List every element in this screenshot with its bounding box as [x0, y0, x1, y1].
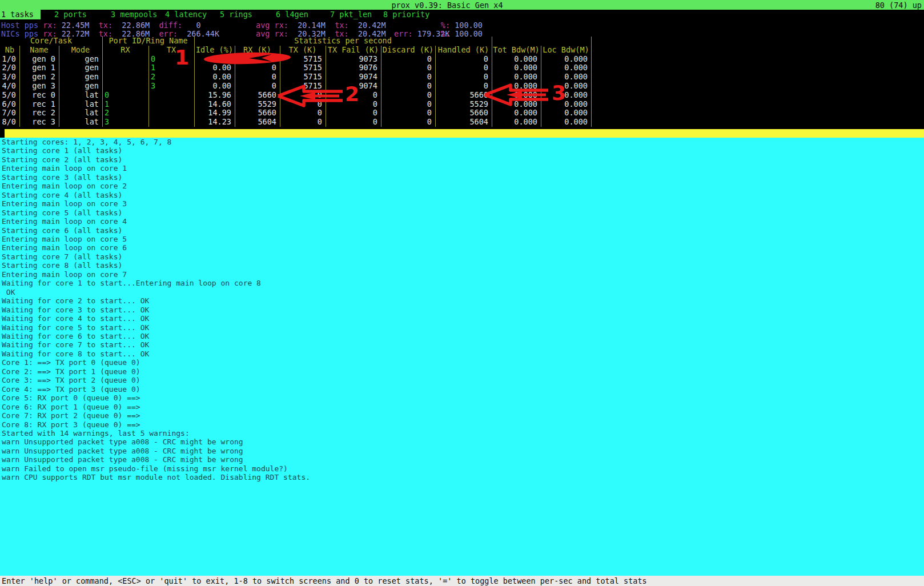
cell-tot_bdw: 0.000 [492, 109, 541, 118]
log-line: Core 4: ==> TX port 3 (queue 0) [0, 385, 924, 394]
log-line: Entering main loop on core 7 [0, 270, 924, 279]
cell-handled_k: 5604 [435, 118, 492, 127]
log-line: Core 2: ==> TX port 1 (queue 0) [0, 367, 924, 376]
cell-loc_bdw: 0.000 [541, 100, 591, 109]
log-line: warn Unsupported packet type a008 - CRC … [0, 447, 924, 455]
table-column-header: Idle (%) [194, 46, 235, 55]
cell-idle: 0.00 [194, 63, 235, 73]
table-row: 3/0gen 2gen20.00057159074000.0000.000 [0, 73, 594, 82]
cell-loc_bdw: 0.000 [541, 63, 591, 73]
cell-tot_bdw: 0.000 [492, 73, 541, 82]
cell-tx_fail_k: 9074 [326, 82, 381, 91]
log-line: OK [0, 288, 924, 296]
log-line: Entering main loop on core 6 [0, 243, 924, 252]
cell-tx_fail_k: 0 [326, 109, 381, 118]
cell-loc_bdw: 0.000 [541, 109, 591, 118]
window-title: prox v0.39: Basic Gen x4 [0, 1, 924, 10]
cell-tx_k: 0 [280, 118, 326, 127]
stat-value: 20.14M [288, 21, 326, 30]
cell-discard_k: 0 [381, 82, 435, 91]
cell-tx: 1 [148, 63, 194, 73]
tab-7-pkt_len[interactable]: 7 pkt_len [330, 10, 372, 19]
tab-6-l4gen[interactable]: 6 l4gen [276, 10, 308, 19]
table-group-header: Statistics per second [194, 37, 492, 46]
log-line: Starting cores: 1, 2, 3, 4, 5, 6, 7, 8 [0, 138, 924, 146]
cell-tx_k: 0 [280, 100, 326, 109]
cell-loc_bdw: 0.000 [541, 118, 591, 127]
stat-value: 22.86M [113, 21, 150, 30]
log-line: Entering main loop on core 4 [0, 217, 924, 226]
tab-5-rings[interactable]: 5 rings [220, 10, 252, 19]
log-line: Core 7: RX port 2 (queue 0) ==> [0, 411, 924, 420]
uptime-counter: 80 (74) up [875, 1, 922, 10]
cell-mode: gen [59, 55, 102, 64]
log-line: Starting core 7 (all tasks) [0, 252, 924, 261]
log-line: Waiting for core 3 to start... OK [0, 306, 924, 314]
tab-4-latency[interactable]: 4 latency [165, 10, 207, 19]
tab-1-tasks[interactable]: 1 tasks [0, 10, 41, 19]
cell-handled_k: 0 [435, 73, 492, 82]
cell-handled_k: 0 [435, 55, 492, 64]
cell-tx: 2 [148, 73, 194, 82]
stat-label: %: [441, 21, 450, 30]
command-input-bar[interactable]: Enter 'help' or command, <ESC> or 'quit'… [0, 576, 924, 586]
cell-rx: 0 [102, 91, 148, 100]
host-percent-stats: %: 100.00 [441, 21, 483, 30]
cell-loc_bdw: 0.000 [541, 73, 591, 82]
cell-tx: 3 [148, 82, 194, 91]
stat-value: 100.00 [450, 21, 483, 30]
tab-3-mempools[interactable]: 3 mempools [111, 10, 157, 19]
cell-nb: 3/0 [0, 73, 19, 82]
cell-tot_bdw: 0.000 [492, 118, 541, 127]
table-group-header: Core/Task [0, 37, 102, 46]
cell-mode: gen [59, 73, 102, 82]
cell-rx_k: 0 [235, 82, 280, 91]
cell-discard_k: 0 [381, 63, 435, 73]
cell-tx_fail_k: 9074 [326, 73, 381, 82]
table-row: 5/0rec 0lat015.96566000056600.0000.000 [0, 91, 594, 100]
table-column-header: Name [19, 46, 59, 55]
cell-rx_k: 5660 [235, 109, 280, 118]
log-line: Waiting for core 5 to start... OK [0, 323, 924, 332]
task-statistics-table: Core/TaskPort ID/Ring NameStatistics per… [0, 37, 594, 128]
log-line: Core 3: ==> TX port 2 (queue 0) [0, 376, 924, 384]
host-pps-stats: Host pps rx: 22.45M tx: 22.86M diff: 0 [1, 21, 201, 30]
cell-idle: 14.23 [194, 118, 235, 127]
table-column-header: RX (K) [235, 46, 280, 55]
cell-rx_k: 0 [235, 73, 280, 82]
cell-nb: 8/0 [0, 118, 19, 127]
cell-idle: 0.00 [194, 82, 235, 91]
log-line: Waiting for core 6 to start... OK [0, 332, 924, 340]
cell-tx_fail_k: 0 [326, 118, 381, 127]
cell-handled_k: 0 [435, 82, 492, 91]
tab-8-priority[interactable]: 8 priority [383, 10, 429, 19]
cell-idle: 14.60 [194, 100, 235, 109]
log-line: Starting core 8 (all tasks) [0, 261, 924, 270]
cell-loc_bdw: 0.000 [541, 91, 591, 100]
stat-value [326, 21, 335, 30]
cell-tot_bdw: 0.000 [492, 100, 541, 109]
table-column-header: TX [148, 46, 194, 55]
tab-2-ports[interactable]: 2 ports [54, 10, 87, 19]
cell-name: gen 1 [19, 63, 59, 73]
cell-name: gen 3 [19, 82, 59, 91]
cell-nb: 2/0 [0, 63, 19, 73]
log-line: Starting core 6 (all tasks) [0, 226, 924, 235]
cell-mode: lat [59, 118, 102, 127]
cell-rx_k: 5529 [235, 100, 280, 109]
cell-handled_k: 5529 [435, 100, 492, 109]
log-line: warn Failed to open msr pseudo-file (mis… [0, 464, 924, 473]
cell-discard_k: 0 [381, 100, 435, 109]
cell-rx_k: 5660 [235, 91, 280, 100]
console-log[interactable]: Starting cores: 1, 2, 3, 4, 5, 6, 7, 8St… [0, 138, 924, 576]
table-column-header: Mode [59, 46, 102, 55]
cell-tx_fail_k: 0 [326, 91, 381, 100]
cell-mode: gen [59, 63, 102, 73]
log-line: warn Unsupported packet type a008 - CRC … [0, 455, 924, 464]
cell-nb: 7/0 [0, 109, 19, 118]
cell-tx_k: 5715 [280, 73, 326, 82]
table-row: 6/0rec 1lat114.60552900055290.0000.000 [0, 100, 594, 109]
host-avg-stats: avg rx: 20.14M tx: 20.42M [256, 21, 386, 30]
cell-tot_bdw: 0.000 [492, 55, 541, 64]
log-line: Waiting for core 8 to start... OK [0, 350, 924, 358]
